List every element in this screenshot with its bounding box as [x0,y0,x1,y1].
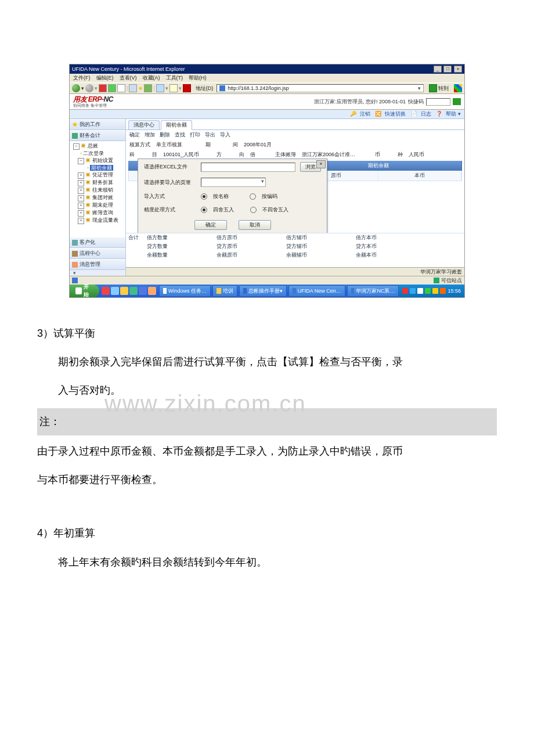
forward-button[interactable] [85,84,93,92]
close-button[interactable]: × [454,66,462,73]
dialog-close-button[interactable]: × [316,160,326,168]
btn-confirm[interactable]: 确定 [129,131,140,139]
refresh-icon[interactable] [108,84,116,92]
nav-panel: 我的工作 财务会计 −▣ 总账 ▫二次登录 −▣ 初始设置 ▫期初余额 +▣ 凭… [70,119,126,276]
trusted-zone: 可信站点 [434,277,462,285]
go-button[interactable]: 转到 [427,84,450,92]
r1c4: 借方本币 [356,234,425,242]
tray-icon-4[interactable] [425,288,431,294]
r3c3: 余额辅币 [286,251,356,259]
btn-delete[interactable]: 删除 [160,131,170,139]
nav-section-finance[interactable]: 财务会计 [70,130,125,141]
ql-icon-2[interactable] [111,287,119,295]
tray-icon-2[interactable] [410,288,416,294]
minimize-button[interactable]: _ [434,66,442,73]
shortcut-go-icon[interactable] [453,98,461,105]
ql-icon-3[interactable] [120,287,128,295]
maximize-button[interactable]: □ [443,66,452,73]
r1c2: 借方原币 [217,234,286,242]
tree-item-group[interactable]: +▣ 集团对账 [71,194,124,201]
task-3[interactable]: 总帐操作手册▾ [239,285,287,297]
btn-print[interactable]: 打印 [190,131,200,139]
tree-root[interactable]: −▣ 总账 [71,142,124,150]
tab-opening-balance[interactable]: 期初余额 [161,120,192,130]
radio-round[interactable] [201,207,207,213]
ql-icon-4[interactable] [129,287,138,295]
tab-msgcenter[interactable]: 消息中心 [128,120,160,129]
tree-period-label: 期末处理 [92,202,113,208]
tree-item-arap[interactable]: +▣ 往来核销 [71,186,124,194]
print-icon[interactable] [169,84,178,92]
radio-by-name[interactable] [201,193,207,200]
period-label-b: 间 [233,141,238,149]
tree-item-opening-balance[interactable]: ▫期初余额 [71,164,124,171]
nav-section-process[interactable]: 流程中心 [70,248,125,259]
link-log[interactable]: 日志 [421,111,431,117]
start-button[interactable]: 开始 [70,285,99,297]
task-4[interactable]: UFIDA New Cen… [288,285,345,297]
nav-more-icon[interactable]: ▾ [70,270,79,276]
tray-icon-3[interactable] [417,288,423,294]
tree-item-recalc[interactable]: +▣ 财务折算 [71,179,124,186]
task-2[interactable]: 培训 [212,285,237,297]
dir-value: 借 [250,151,255,159]
btn-search[interactable]: 查找 [175,131,185,139]
search-icon[interactable] [129,84,137,92]
curr-label-a: 币 [375,151,380,159]
period-value: 2008年01月 [244,141,272,149]
ql-icon-5[interactable] [139,287,147,295]
nav-section-message[interactable]: 消息管理 [70,259,125,270]
radio-noround[interactable] [250,207,257,213]
tree-item-book[interactable]: +▣ 账簿查询 [71,209,124,217]
dialog-cancel-button[interactable]: 取消 [239,220,271,230]
task-5[interactable]: 华润万家NC系… [347,285,399,297]
mail-icon[interactable] [156,84,164,92]
menu-edit[interactable]: 编辑(E) [96,74,114,82]
dialog-ok-button[interactable]: 确定 [194,220,227,230]
tree-item-voucher[interactable]: +▣ 凭证管理 [71,171,124,179]
tab-select[interactable] [201,178,266,187]
tree-item-init[interactable]: −▣ 初始设置 [71,157,124,164]
tray-icon-1[interactable] [402,288,408,294]
menu-tools[interactable]: 工具(T) [166,74,183,82]
mainbook-value: 浙江万家2006会计准… [302,151,355,159]
quick-launch [100,286,157,296]
btn-add[interactable]: 增加 [145,131,155,139]
address-bar[interactable]: http://168.1.3.242/login.jsp ▾ [217,84,424,92]
ql-icon-1[interactable] [102,287,110,295]
task-1[interactable]: Windows 任务… [159,285,211,297]
tray-icon-6[interactable] [440,288,446,294]
ie-toolbar: ▾ ▾ | ★ | ▾ ▾ 地址(D) http://168.1.3.242/l… [70,82,464,94]
nav-section-customer[interactable]: 客户化 [70,237,125,248]
history-icon[interactable] [144,84,152,92]
menu-help[interactable]: 帮助(H) [189,74,207,82]
back-button[interactable] [72,84,80,92]
btn-import[interactable]: 导入 [220,131,230,139]
nav-message-label: 消息管理 [80,261,100,268]
note-line1: 由于录入过程中原币金额、本币金额都是手工录入，为防止录入中旳错误，原币 [37,439,497,464]
link-quickswitch[interactable]: 快速切换 [385,111,406,117]
home-icon[interactable] [117,84,125,92]
tray-icon-5[interactable] [432,288,438,294]
ql-icon-6[interactable] [148,287,156,295]
subj-label-a: 科 [129,151,135,159]
nav-section-mywork[interactable]: 我的工作 [70,119,125,130]
tree-item-cashflow[interactable]: +▣ 现金流量表 [71,217,124,224]
menu-file[interactable]: 文件(F) [73,74,91,82]
period-label-a: 期 [205,141,211,149]
erp-screenshot: UFIDA New Century - Microsoft Internet E… [69,64,465,298]
radio-by-code[interactable] [250,193,256,200]
shortcut-input[interactable] [426,98,450,106]
erp-body: 我的工作 财务会计 −▣ 总账 ▫二次登录 −▣ 初始设置 ▫期初余额 +▣ 凭… [70,119,464,276]
nav-customer-label: 客户化 [80,239,95,246]
stop-icon[interactable] [99,84,107,92]
menu-fav[interactable]: 收藏(A) [143,74,160,82]
btn-export[interactable]: 导出 [205,131,215,139]
link-logout[interactable]: 注销 [360,111,370,117]
link-help[interactable]: 帮助 ▾ [446,111,461,117]
menu-view[interactable]: 查看(V) [120,74,137,82]
tree-item-second-login[interactable]: ▫二次登录 [71,150,124,157]
file-input[interactable] [201,163,295,172]
stop2-icon[interactable] [183,84,191,92]
tree-item-period[interactable]: +▣ 期末处理 [71,201,124,209]
